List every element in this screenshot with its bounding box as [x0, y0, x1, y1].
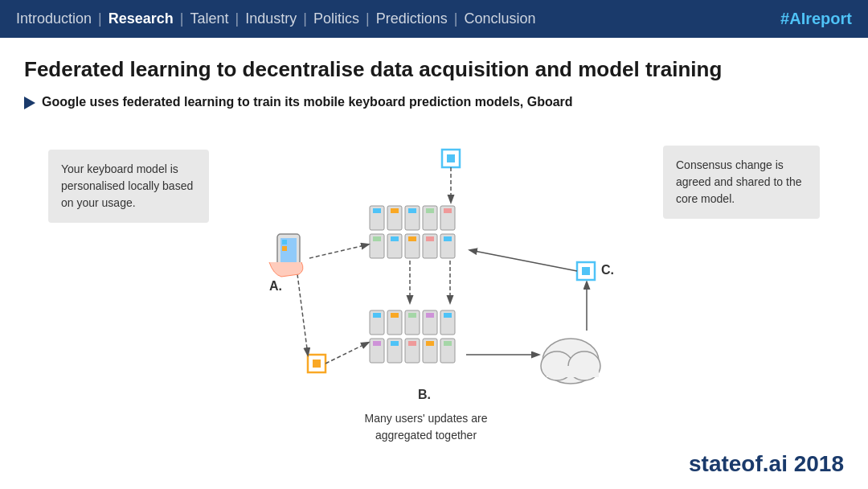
svg-line-59 [326, 343, 368, 364]
svg-rect-14 [373, 236, 381, 241]
page-title: Federated learning to decentralise data … [24, 57, 844, 82]
box-b: Many users' updates are aggregated toget… [338, 399, 514, 455]
svg-rect-32 [426, 313, 434, 318]
subtitle: Google uses federated learning to train … [42, 95, 573, 109]
hashtag-label: #AIreport [780, 10, 852, 28]
nav-sep-1: | [98, 10, 102, 27]
svg-rect-52 [582, 267, 590, 275]
header: Introduction | Research | Talent | Indus… [0, 0, 868, 38]
svg-rect-4 [373, 208, 381, 213]
svg-line-58 [297, 274, 308, 355]
svg-rect-36 [373, 341, 381, 346]
svg-rect-40 [408, 341, 416, 346]
svg-rect-10 [426, 208, 434, 213]
svg-rect-28 [391, 313, 399, 318]
main-content: Federated learning to decentralise data … [0, 38, 868, 463]
svg-rect-30 [408, 313, 416, 318]
svg-rect-20 [426, 236, 434, 241]
svg-rect-63 [282, 246, 287, 251]
nav-introduction[interactable]: Introduction [16, 10, 92, 27]
diagram: Your keyboard model is personalised loca… [24, 125, 844, 455]
nav-sep-5: | [366, 10, 370, 27]
nav-sep-4: | [303, 10, 307, 27]
svg-rect-12 [444, 208, 452, 213]
svg-rect-62 [282, 240, 287, 244]
footer: stateof.ai 2018 [689, 451, 844, 477]
svg-rect-6 [391, 208, 399, 213]
nav-sep-2: | [180, 10, 184, 27]
nav-talent[interactable]: Talent [190, 10, 229, 27]
svg-text:C.: C. [601, 263, 614, 277]
svg-rect-22 [444, 236, 452, 241]
svg-rect-38 [391, 341, 399, 346]
nav-conclusion[interactable]: Conclusion [464, 10, 535, 27]
svg-text:A.: A. [269, 279, 282, 293]
svg-rect-16 [391, 236, 399, 241]
svg-line-54 [470, 250, 577, 271]
svg-rect-44 [444, 341, 452, 346]
nav-industry[interactable]: Industry [245, 10, 297, 27]
svg-rect-26 [373, 313, 381, 318]
nav-politics[interactable]: Politics [313, 10, 359, 27]
svg-rect-18 [408, 236, 416, 241]
nav-bar: Introduction | Research | Talent | Indus… [16, 10, 535, 27]
svg-rect-1 [447, 154, 455, 162]
subtitle-row: Google uses federated learning to train … [24, 95, 844, 109]
nav-sep-6: | [454, 10, 458, 27]
triangle-icon [24, 97, 35, 109]
svg-rect-8 [408, 208, 416, 213]
svg-rect-49 [547, 366, 599, 377]
nav-research[interactable]: Research [108, 10, 174, 27]
nav-predictions[interactable]: Predictions [376, 10, 448, 27]
svg-rect-42 [426, 341, 434, 346]
svg-rect-56 [313, 360, 321, 368]
svg-rect-34 [444, 313, 452, 318]
nav-sep-3: | [235, 10, 240, 27]
svg-line-57 [309, 244, 368, 258]
